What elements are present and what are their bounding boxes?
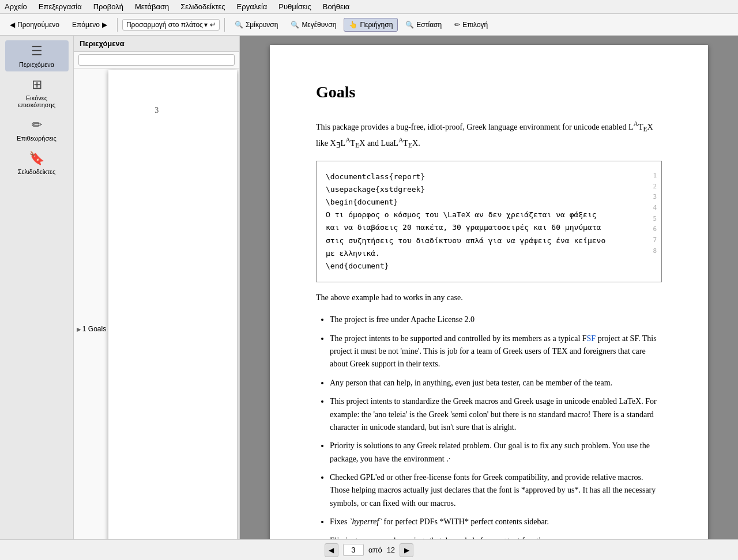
toc-arrow: ▶	[77, 326, 81, 332]
menu-settings[interactable]: Ρυθμίσεις	[276, 1, 313, 12]
find-icon: 🔍	[405, 21, 414, 29]
code-line: \documentclass{report}	[326, 171, 641, 183]
sidebar-item-bookmarks[interactable]: 🔖 Σελιδοδείκτες	[5, 147, 69, 179]
sidebar: ☰ Περιεχόμενα ⊞ Εικόνες επισκόπησης ✏ Επ…	[0, 36, 74, 539]
hyperref-italic: `hyperref`	[349, 517, 382, 526]
code-line: στις συζητήσεις του διαδίκτυου απλά για …	[326, 234, 641, 247]
menu-navigate[interactable]: Μετάβαση	[133, 1, 171, 12]
menu-bookmarks[interactable]: Σελιδοδείκτες	[178, 1, 227, 12]
toolbar: ◀ Προηγούμενο Επόμενο ▶ Προσαρμογή στο π…	[0, 14, 738, 36]
toc-label: 1 Goals	[82, 325, 106, 333]
toc-page: 3	[108, 70, 237, 539]
sidebar-thumbs-label: Εικόνες επισκόπησης	[10, 94, 64, 108]
page-separator: από	[368, 546, 382, 554]
zoom-dropdown-icon: ▾	[204, 21, 208, 29]
menu-edit[interactable]: Επεξεργασία	[36, 1, 84, 12]
sidebar-toc-label: Περιεχόμενα	[19, 61, 54, 68]
toc-item[interactable]: ▶1 Goals3	[74, 69, 239, 539]
next-button[interactable]: Επόμενο ▶	[67, 18, 112, 32]
next-icon: ▶	[102, 21, 107, 29]
toc-header: Περιεχόμενα	[74, 36, 239, 52]
browse-label: Περιήγηση	[360, 21, 393, 29]
toc-list: ▶1 Goals3▼2 The manual52.1 How to use th…	[74, 69, 239, 539]
toc-search-container	[74, 52, 239, 69]
code-line: και να διαβάσεις 20 πακέτα, 30 γραμματοσ…	[326, 221, 641, 234]
thumbs-icon: ⊞	[32, 77, 42, 92]
bullet-item: Checked GPL'ed or other free-license fon…	[330, 471, 662, 510]
next-label: Επόμενο	[72, 21, 100, 29]
zoom-fit-label: Προσαρμογή στο πλάτος	[126, 21, 203, 29]
bullet-item: The project is free under Apache License…	[330, 313, 662, 326]
bullet-list: The project is free under Apache License…	[330, 313, 662, 539]
bullet-item: This project intents to standardize the …	[330, 395, 662, 434]
bullet-item: Priority is solutions to any Greek relat…	[330, 440, 662, 466]
intro-text: This package provides a bug-free, idiot-…	[316, 119, 662, 152]
find-button[interactable]: 🔍 Εστίαση	[400, 18, 447, 32]
code-line: \usepackage{xstdgreek}	[326, 183, 641, 196]
toc-icon: ☰	[31, 44, 43, 59]
find-label: Εστίαση	[416, 21, 442, 29]
page-number-input[interactable]	[343, 544, 364, 556]
bullet-item: Fixes `hyperref` for perfect PDFs *WITH*…	[330, 516, 662, 528]
main-layout: ☰ Περιεχόμενα ⊞ Εικόνες επισκόπησης ✏ Επ…	[0, 36, 738, 539]
zoom-select[interactable]: Προσαρμογή στο πλάτος ▾ ↵	[122, 19, 220, 31]
code-line: με ελληνικά.	[326, 247, 641, 260]
sidebar-item-toc[interactable]: ☰ Περιεχόμενα	[5, 40, 69, 71]
page-title: Goals	[316, 80, 662, 105]
toolbar-separator-2	[224, 18, 225, 32]
menu-tools[interactable]: Εργαλεία	[235, 1, 270, 12]
code-line: \begin{document}	[326, 196, 641, 209]
zoom-in-button[interactable]: 🔍 Μεγέθυνση	[285, 18, 341, 32]
menu-help[interactable]: Βοήθεια	[321, 1, 352, 12]
code-line: \end{document}	[326, 260, 641, 273]
menu-view[interactable]: Προβολή	[91, 1, 126, 12]
toolbar-separator-1	[117, 18, 118, 32]
bullet-item: The project intents to be supported and …	[330, 332, 662, 371]
next-page-button[interactable]: ▶	[400, 543, 413, 557]
select-button[interactable]: ✏ Επιλογή	[449, 18, 493, 32]
zoom-in-icon: 🔍	[291, 21, 299, 29]
browse-button[interactable]: 👆 Περιήγηση	[344, 18, 398, 32]
prev-page-button[interactable]: ◀	[325, 543, 338, 557]
prev-icon: ◀	[10, 21, 15, 29]
sf-link[interactable]: SF	[587, 334, 596, 343]
sidebar-review-label: Επιθεωρήσεις	[17, 135, 57, 142]
sidebar-item-review[interactable]: ✏ Επιθεωρήσεις	[5, 114, 69, 145]
statusbar: ◀ από 12 ▶	[0, 539, 738, 560]
code-line: Ω τι όμορφος ο κόσμος του \LaTeX αν δεν …	[326, 209, 641, 221]
toc-search-input[interactable]	[78, 54, 235, 66]
prev-label: Προηγούμενο	[17, 21, 59, 29]
menu-file[interactable]: Αρχείο	[2, 1, 29, 12]
zoom-in-label: Μεγέθυνση	[302, 21, 336, 29]
zoom-confirm-icon: ↵	[210, 21, 216, 29]
bullet-item: Eliminate errors and warnings that depen…	[330, 535, 662, 539]
document-area[interactable]: Goals This package provides a bug-free, …	[240, 36, 738, 539]
menubar: Αρχείο Επεξεργασία Προβολή Μετάβαση Σελι…	[0, 0, 738, 14]
zoom-out-button[interactable]: 🔍 Σμίκρυνση	[229, 18, 283, 32]
sidebar-bookmarks-label: Σελιδοδείκτες	[18, 168, 55, 175]
zoom-out-label: Σμίκρυνση	[246, 21, 278, 29]
select-icon: ✏	[454, 21, 460, 29]
document-page: Goals This package provides a bug-free, …	[270, 45, 708, 539]
total-pages: 12	[387, 546, 395, 554]
bullet-item: Any person that can help, in anything, e…	[330, 377, 662, 389]
toc-panel: Περιεχόμενα ▶1 Goals3▼2 The manual52.1 H…	[74, 36, 240, 539]
browse-icon: 👆	[349, 21, 357, 29]
sidebar-item-thumbs[interactable]: ⊞ Εικόνες επισκόπησης	[5, 74, 69, 112]
prev-button[interactable]: ◀ Προηγούμενο	[5, 18, 65, 32]
review-icon: ✏	[32, 118, 42, 133]
select-label: Επιλογή	[462, 21, 488, 29]
after-example-text: The above example had to works in any ca…	[316, 292, 662, 304]
zoom-out-icon: 🔍	[235, 21, 243, 29]
line-numbers: 12345678	[653, 171, 657, 257]
bookmarks-icon: 🔖	[29, 151, 44, 166]
code-block: \documentclass{report}\usepackage{xstdgr…	[316, 161, 662, 282]
code-content: \documentclass{report}\usepackage{xstdgr…	[326, 171, 641, 273]
